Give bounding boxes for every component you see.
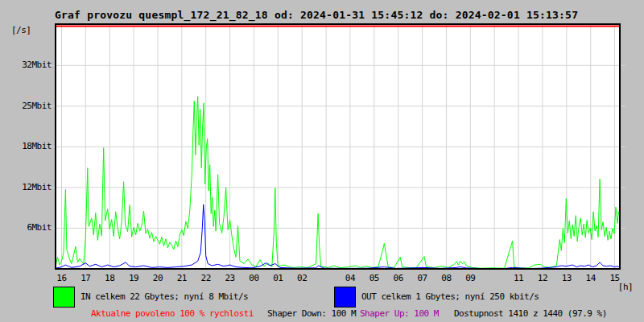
y-axis-unit-label: [/s] — [11, 25, 31, 35]
x-axis-tick-label: 12 — [530, 273, 555, 283]
x-axis-tick-label: 05 — [362, 273, 386, 283]
y-axis-tick-label: 25Mbit — [0, 101, 52, 111]
x-axis-tick-label: 16 — [49, 273, 73, 283]
y-axis-tick-label: 18Mbit — [0, 141, 52, 151]
x-axis-tick-label: 19 — [122, 273, 146, 283]
x-axis-tick-label: 21 — [170, 273, 194, 283]
x-axis-tick-label: 23 — [218, 273, 242, 283]
graph-title: Graf provozu quesmpl_172_21_82_18 od: 20… — [55, 9, 578, 21]
status-shaper-down: Shaper Down: 100 M — [267, 308, 356, 319]
status-shaper-up: Shaper Up: 100 M — [360, 308, 439, 319]
x-axis-tick-label: 01 — [266, 273, 290, 283]
legend-in-label: IN celkem 22 Gbytes; nyní 8 Mbit/s — [80, 291, 248, 302]
x-axis-unit-label: [h] — [613, 282, 638, 292]
x-axis-tick-label: 18 — [97, 273, 122, 283]
x-axis-tick-label: 14 — [579, 273, 603, 283]
status-availability: Dostupnost 1410 z 1440 (97.9 %) — [454, 308, 607, 319]
legend-out-label: OUT celkem 1 Gbytes; nyní 250 kbit/s — [361, 291, 539, 302]
x-axis-tick-label: 11 — [506, 273, 530, 283]
traffic-graph: Graf provozu quesmpl_172_21_82_18 od: 20… — [0, 0, 644, 322]
x-axis-tick-label: 07 — [411, 273, 435, 283]
y-axis-tick-label: 12Mbit — [0, 182, 52, 192]
x-axis-tick-label: 17 — [73, 273, 97, 283]
legend-out-swatch — [334, 287, 356, 308]
x-axis-tick-label: 20 — [146, 273, 170, 283]
x-axis-tick-label: 06 — [386, 273, 411, 283]
x-axis-tick-label: 04 — [338, 273, 362, 283]
x-axis-tick-label: 13 — [555, 273, 579, 283]
x-axis-tick-label: 02 — [290, 273, 314, 283]
y-axis-tick-label: 32Mbit — [0, 60, 52, 70]
x-axis-tick-label: 22 — [194, 273, 218, 283]
x-axis-tick-label: 00 — [242, 273, 266, 283]
x-axis-tick-label: 09 — [458, 273, 482, 283]
status-allowed-speed: Aktualne povoleno 100 % rychlosti — [91, 308, 254, 319]
legend-in-swatch — [53, 287, 75, 308]
x-axis-tick-label: 08 — [434, 273, 458, 283]
y-axis-tick-label: 6Mbit — [0, 222, 52, 233]
